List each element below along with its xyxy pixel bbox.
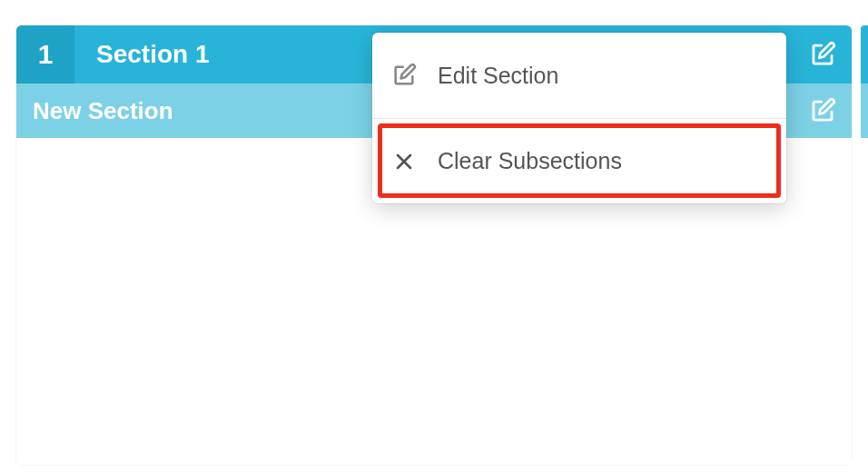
section-menu-dropdown: Edit Section Clear Subsections <box>372 33 786 203</box>
edit-icon <box>809 41 836 68</box>
subsection-edit-button[interactable] <box>794 84 852 138</box>
menu-item-label: Clear Subsections <box>438 148 622 174</box>
menu-item-edit-section[interactable]: Edit Section <box>372 33 786 118</box>
section-number-box: 1 <box>16 25 74 84</box>
menu-item-clear-subsections[interactable]: Clear Subsections <box>372 118 786 203</box>
subsection-title: New Section <box>33 97 173 125</box>
menu-item-label: Edit Section <box>438 63 558 89</box>
edit-icon <box>809 97 836 124</box>
adjacent-panel-sliver <box>861 25 868 138</box>
section-edit-button[interactable] <box>794 25 852 84</box>
section-title: Section 1 <box>96 40 209 69</box>
close-icon <box>390 148 418 175</box>
section-number: 1 <box>38 39 54 70</box>
edit-icon <box>390 62 418 89</box>
